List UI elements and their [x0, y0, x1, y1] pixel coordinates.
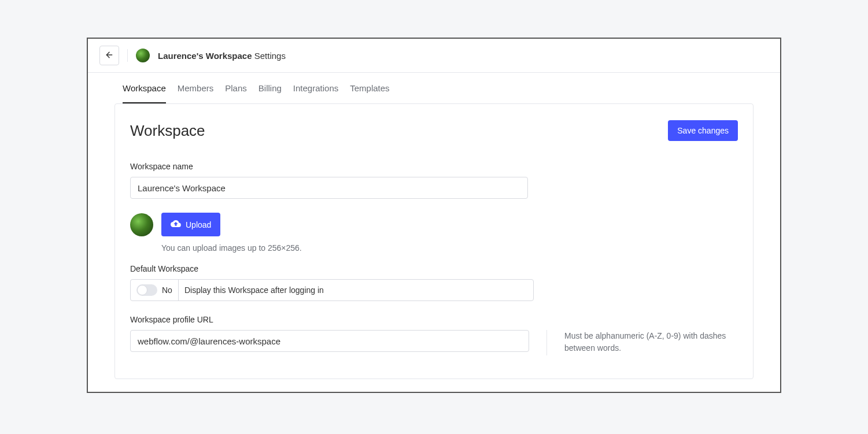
- default-workspace-label: Default Workspace: [130, 264, 738, 273]
- profile-url-hint: Must be alphanumeric (A-Z, 0-9) with das…: [564, 330, 738, 354]
- workspace-avatar-large: [130, 213, 153, 236]
- avatar-upload-row: Upload: [130, 213, 738, 236]
- profile-url-row: Must be alphanumeric (A-Z, 0-9) with das…: [130, 330, 738, 355]
- divider: [546, 330, 547, 355]
- profile-url-field: Workspace profile URL Must be alphanumer…: [130, 315, 738, 355]
- upload-hint: You can upload images up to 256×256.: [161, 243, 738, 253]
- page-title: Laurence's Workspace Settings: [158, 51, 286, 61]
- tab-billing[interactable]: Billing: [258, 73, 282, 103]
- workspace-name-input[interactable]: [130, 177, 528, 199]
- workspace-panel: Workspace Save changes Workspace name Up…: [114, 103, 754, 379]
- toggle-state: No: [162, 285, 172, 295]
- divider: [127, 49, 128, 62]
- upload-label: Upload: [186, 220, 211, 229]
- default-workspace-toggle[interactable]: [136, 284, 157, 296]
- tab-templates[interactable]: Templates: [350, 73, 389, 103]
- profile-url-input[interactable]: [130, 330, 529, 352]
- default-workspace-field: Default Workspace No Display this Worksp…: [130, 264, 738, 301]
- settings-suffix: Settings: [254, 51, 286, 61]
- toggle-cell: No: [131, 280, 179, 301]
- arrow-left-icon: [105, 50, 114, 61]
- topbar: Laurence's Workspace Settings: [88, 39, 780, 73]
- workspace-name-label: Workspace name: [130, 162, 738, 171]
- workspace-name-field: Workspace name: [130, 162, 738, 199]
- workspace-name: Laurence's Workspace: [158, 51, 252, 61]
- panel-heading: Workspace: [130, 122, 205, 140]
- default-workspace-toggle-row: No Display this Workspace after logging …: [130, 279, 534, 301]
- profile-url-label: Workspace profile URL: [130, 315, 738, 324]
- back-button[interactable]: [99, 46, 119, 65]
- workspace-avatar-small: [136, 49, 150, 62]
- cloud-upload-icon: [171, 218, 181, 231]
- save-changes-button[interactable]: Save changes: [668, 120, 738, 141]
- tab-integrations[interactable]: Integrations: [293, 73, 338, 103]
- tab-plans[interactable]: Plans: [225, 73, 247, 103]
- panel-header: Workspace Save changes: [130, 120, 738, 141]
- upload-button[interactable]: Upload: [161, 213, 220, 236]
- toggle-knob: [137, 285, 147, 295]
- tab-members[interactable]: Members: [178, 73, 214, 103]
- toggle-description: Display this Workspace after logging in: [179, 280, 330, 301]
- tab-workspace[interactable]: Workspace: [123, 73, 166, 103]
- settings-window: Laurence's Workspace Settings Workspace …: [87, 38, 781, 393]
- tabs: Workspace Members Plans Billing Integrat…: [88, 73, 780, 104]
